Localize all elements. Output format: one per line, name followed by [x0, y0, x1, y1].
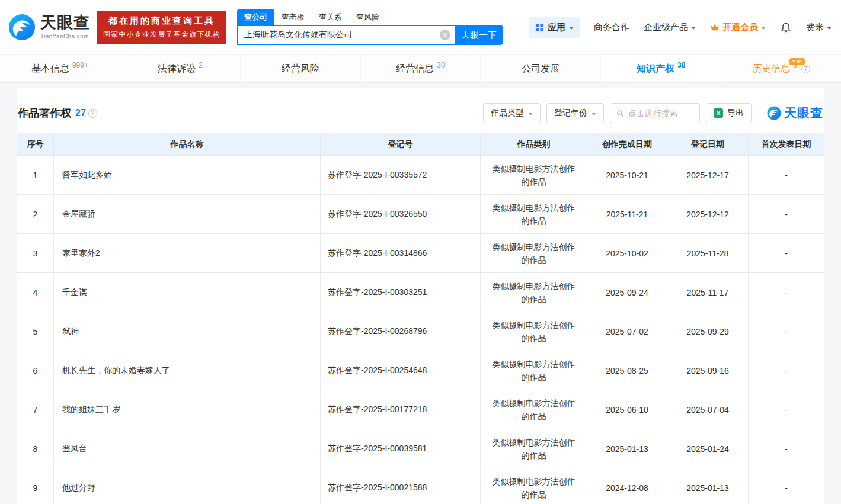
- apps-menu[interactable]: 应用: [529, 17, 580, 38]
- tab-count: 999+: [72, 61, 88, 69]
- table-row: 2 金屋藏骄 苏作登字-2025-I-00326550 类似摄制电影方法创作的作…: [17, 195, 824, 234]
- username-label: 费米: [806, 22, 824, 33]
- tab-label: 公司发展: [522, 63, 559, 75]
- first-publish-date: -: [749, 156, 824, 195]
- registration-date: 2025-07-04: [667, 390, 749, 429]
- slogan-line2: 国家中小企业发展子基金旗下机构: [103, 30, 220, 40]
- search-area: 查公司 查老板 查关系 查风险 ✕ 天眼一下: [237, 9, 503, 45]
- creation-complete-date: 2025-06-10: [587, 390, 667, 429]
- tianyancha-logo[interactable]: 天眼查 TianYanCha.com: [8, 14, 90, 41]
- registration-number: 苏作登字-2025-I-00039581: [321, 429, 481, 468]
- work-type-filter-label: 作品类型: [491, 108, 524, 118]
- logo-text: 天眼查 TianYanCha.com: [40, 15, 90, 40]
- col-header-registered-date: 登记日期: [667, 133, 749, 156]
- table-row: 6 机长先生，你的未婚妻嫁人了 苏作登字-2025-I-00254648 类似摄…: [17, 351, 824, 390]
- section-header: 作品著作权 27 ? 作品类型 登记年份: [17, 88, 824, 133]
- search-tab-company[interactable]: 查公司: [237, 9, 274, 25]
- registration-number: 苏作登字-2025-I-00177218: [321, 390, 481, 429]
- apps-label: 应用: [548, 22, 565, 33]
- registration-date: 2025-11-28: [667, 234, 749, 273]
- user-account-menu[interactable]: 费米: [806, 22, 832, 33]
- nav-enterprise-products[interactable]: 企业级产品: [644, 22, 696, 33]
- nav-business-cooperation[interactable]: 商务合作: [594, 22, 629, 33]
- copyright-works-table: 序号 作品名称 登记号 作品类别 创作完成日期 登记日期 首次发表日期 1 督军…: [17, 133, 824, 504]
- slogan-line1: 都在用的商业查询工具: [103, 15, 220, 27]
- first-publish-date: -: [749, 429, 824, 468]
- registration-number: 苏作登字-2025-I-00303251: [321, 273, 481, 312]
- search-button[interactable]: 天眼一下: [455, 25, 503, 45]
- notifications-button[interactable]: [780, 21, 792, 33]
- table-controls: 作品类型 登记年份 X 导出: [483, 103, 823, 123]
- export-button[interactable]: X 导出: [706, 103, 752, 123]
- section-count: 27: [75, 108, 86, 118]
- work-type-filter[interactable]: 作品类型: [483, 103, 541, 123]
- chevron-down-icon: [827, 27, 832, 30]
- tab-operation-info[interactable]: 经营信息 30: [360, 55, 481, 82]
- table-header: 序号 作品名称 登记号 作品类别 创作完成日期 登记日期 首次发表日期: [17, 133, 824, 156]
- tab-count: 2: [199, 61, 203, 69]
- work-name: 登凤台: [54, 429, 321, 468]
- tab-count: 30: [437, 61, 445, 69]
- tab-count: 38: [677, 61, 685, 69]
- search-tab-risk[interactable]: 查风险: [349, 9, 386, 25]
- clear-search-icon[interactable]: ✕: [440, 30, 450, 40]
- chevron-down-icon: [528, 113, 533, 115]
- first-publish-date: -: [749, 351, 824, 390]
- work-category: 类似摄制电影方法创作的作品: [481, 273, 587, 312]
- col-header-created-date: 创作完成日期: [587, 133, 667, 156]
- creation-complete-date: 2025-07-02: [587, 312, 667, 351]
- work-name: 弑神: [54, 312, 321, 351]
- tab-operation-risk[interactable]: 经营风险: [240, 55, 360, 82]
- table-row: 1 督军如此多娇 苏作登字-2025-I-00335572 类似摄制电影方法创作…: [17, 156, 824, 195]
- chevron-down-icon: [591, 113, 596, 115]
- search-box: ✕ 天眼一下: [237, 25, 503, 45]
- brand-slogan-badge: 都在用的商业查询工具 国家中小企业发展子基金旗下机构: [97, 11, 226, 44]
- table-row: 9 他过分野 苏作登字-2025-I-00021588 类似摄制电影方法创作的作…: [17, 468, 824, 504]
- registration-number: 苏作登字-2025-I-00268796: [321, 312, 481, 351]
- works-table-body: 1 督军如此多娇 苏作登字-2025-I-00335572 类似摄制电影方法创作…: [17, 156, 824, 504]
- nav-open-vip[interactable]: 开通会员: [710, 22, 766, 33]
- registration-number: 苏作登字-2025-I-00254648: [321, 351, 481, 390]
- first-publish-date: -: [749, 273, 824, 312]
- registration-date: 2025-01-13: [667, 468, 749, 504]
- table-row: 8 登凤台 苏作登字-2025-I-00039581 类似摄制电影方法创作的作品…: [17, 429, 824, 468]
- tab-basic-info[interactable]: 基本信息 999+: [0, 55, 120, 82]
- work-category: 类似摄制电影方法创作的作品: [481, 234, 587, 273]
- watermark-brand-text: 天眼查: [784, 105, 823, 121]
- search-tab-relation[interactable]: 查关系: [312, 9, 349, 25]
- first-publish-date: -: [749, 312, 824, 351]
- tab-legal-litigation[interactable]: 法律诉讼 2: [120, 55, 240, 82]
- registration-date: 2025-09-29: [667, 312, 749, 351]
- tab-intellectual-property[interactable]: 知识产权 38: [600, 55, 721, 82]
- search-type-tabs: 查公司 查老板 查关系 查风险: [237, 9, 503, 25]
- work-category: 类似摄制电影方法创作的作品: [481, 195, 587, 234]
- row-seq: 2: [17, 195, 54, 234]
- tianyancha-swirl-icon: [8, 14, 36, 41]
- tab-label: 经营风险: [282, 63, 319, 75]
- copyright-works-card: 作品著作权 27 ? 作品类型 登记年份: [17, 88, 824, 504]
- table-search-input[interactable]: [628, 108, 693, 118]
- page-content: 作品著作权 27 ? 作品类型 登记年份: [0, 83, 841, 504]
- registration-date: 2025-12-17: [667, 156, 749, 195]
- crown-icon: [710, 23, 720, 31]
- open-vip-label: 开通会员: [722, 22, 758, 33]
- work-category: 类似摄制电影方法创作的作品: [481, 351, 587, 390]
- excel-icon: X: [714, 108, 723, 118]
- tianyancha-watermark: 天眼查: [767, 105, 823, 121]
- first-publish-date: -: [749, 468, 824, 504]
- registration-date: 2025-09-16: [667, 351, 749, 390]
- col-header-category: 作品类别: [481, 133, 587, 156]
- site-header: 天眼查 TianYanCha.com 都在用的商业查询工具 国家中小企业发展子基…: [0, 0, 841, 54]
- search-tab-boss[interactable]: 查老板: [274, 9, 312, 25]
- tab-company-development[interactable]: 公司发展: [480, 55, 600, 82]
- help-icon[interactable]: ?: [88, 109, 97, 118]
- help-icon[interactable]: ?: [801, 65, 810, 73]
- work-name: 他过分野: [54, 468, 321, 504]
- tab-history-info[interactable]: VIP 历史信息 3 ?: [721, 55, 841, 82]
- registration-year-filter[interactable]: 登记年份: [546, 103, 604, 123]
- registration-date: 2025-11-17: [667, 273, 749, 312]
- work-name: 我的姐妹三千岁: [54, 390, 321, 429]
- registration-number: 苏作登字-2025-I-00335572: [321, 156, 481, 195]
- company-search-input[interactable]: [237, 25, 455, 45]
- work-category: 类似摄制电影方法创作的作品: [481, 390, 587, 429]
